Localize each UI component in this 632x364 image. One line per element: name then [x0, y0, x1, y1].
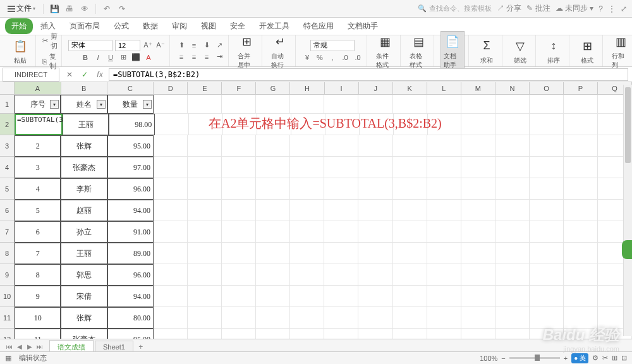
cell-N2[interactable]: [495, 114, 530, 135]
cell-H9[interactable]: [290, 264, 324, 286]
cell-C10[interactable]: 94.00: [107, 286, 154, 307]
indent-icon[interactable]: ⇥: [214, 52, 224, 62]
cell-I3[interactable]: [324, 135, 358, 157]
cell-J10[interactable]: [358, 286, 392, 307]
merge-button[interactable]: ⊞合并居中: [235, 32, 258, 71]
cell-B9[interactable]: 郭思: [61, 264, 107, 286]
cell-C9[interactable]: 96.00: [107, 264, 154, 286]
cell-O11[interactable]: [530, 307, 564, 329]
bold-icon[interactable]: B: [80, 52, 90, 63]
zoom-slider[interactable]: [509, 357, 560, 359]
undo-icon[interactable]: ↶: [101, 3, 112, 15]
tab-开始[interactable]: 开始: [5, 18, 33, 34]
cell-I5[interactable]: [324, 178, 358, 200]
status-icon-4[interactable]: ⊡: [621, 354, 627, 362]
cell-O5[interactable]: [530, 178, 564, 200]
cell-J4[interactable]: [358, 157, 392, 178]
cell-L3[interactable]: [427, 135, 461, 157]
cell-N8[interactable]: [495, 243, 530, 264]
sheet-nav-last-icon[interactable]: ⏭: [35, 343, 44, 351]
cell-K7[interactable]: [393, 221, 427, 243]
cell-K5[interactable]: [393, 178, 427, 200]
zoom-out-icon[interactable]: −: [501, 355, 505, 362]
cell-O1[interactable]: [530, 95, 564, 114]
cell-N5[interactable]: [495, 178, 530, 200]
cell-K10[interactable]: [393, 286, 427, 307]
share-link[interactable]: ↗ 分享: [497, 3, 521, 14]
cell-B10[interactable]: 宋倩: [61, 286, 107, 307]
expand-icon[interactable]: ⤢: [621, 4, 627, 13]
view-mode-icon[interactable]: ▦: [5, 354, 11, 362]
cell-A3[interactable]: 2: [15, 135, 61, 157]
cell-K9[interactable]: [393, 264, 427, 286]
number-format-select[interactable]: [310, 40, 355, 51]
cell-P7[interactable]: [564, 221, 598, 243]
cell-K4[interactable]: [393, 157, 427, 178]
cell-D3[interactable]: [154, 135, 188, 157]
cell-F5[interactable]: [222, 178, 256, 200]
col-header-L[interactable]: L: [427, 82, 461, 94]
cell-K8[interactable]: [393, 243, 427, 264]
row-header-1[interactable]: 1: [0, 95, 15, 114]
row-header-11[interactable]: 11: [0, 307, 15, 329]
cell-G10[interactable]: [256, 286, 290, 307]
cell-L7[interactable]: [427, 221, 461, 243]
cell-I10[interactable]: [324, 286, 358, 307]
fx-icon[interactable]: fx: [94, 68, 106, 81]
cell-H7[interactable]: [290, 221, 324, 243]
cell-G5[interactable]: [256, 178, 290, 200]
tab-公式[interactable]: 公式: [107, 18, 135, 34]
col-header-C[interactable]: C: [107, 82, 154, 94]
ime-indicator[interactable]: ● 英: [571, 353, 588, 363]
zoom-level[interactable]: 100%: [480, 355, 497, 362]
tab-数据[interactable]: 数据: [137, 18, 164, 34]
cell-N4[interactable]: [495, 157, 530, 178]
cell-L6[interactable]: [427, 200, 461, 221]
cell-A4[interactable]: 3: [15, 157, 61, 178]
cell-P9[interactable]: [564, 264, 598, 286]
cell-O2[interactable]: [530, 114, 564, 135]
cell-J8[interactable]: [358, 243, 392, 264]
cell-D10[interactable]: [154, 286, 188, 307]
cell-E3[interactable]: [188, 135, 222, 157]
cell-N9[interactable]: [495, 264, 530, 286]
cell-I9[interactable]: [324, 264, 358, 286]
more-icon[interactable]: ⋮: [608, 4, 616, 13]
cell-F3[interactable]: [222, 135, 256, 157]
cell-H6[interactable]: [290, 200, 324, 221]
col-header-G[interactable]: G: [256, 82, 290, 94]
cell-H8[interactable]: [290, 243, 324, 264]
cell-B7[interactable]: 孙立: [61, 221, 107, 243]
col-header-M[interactable]: M: [461, 82, 495, 94]
cell-M7[interactable]: [461, 221, 495, 243]
cell-J11[interactable]: [358, 307, 392, 329]
cell-E1[interactable]: [188, 95, 222, 114]
cell-O3[interactable]: [530, 135, 564, 157]
cell-E5[interactable]: [188, 178, 222, 200]
cell-O10[interactable]: [530, 286, 564, 307]
zoom-in-icon[interactable]: +: [564, 355, 568, 362]
cell-F11[interactable]: [222, 307, 256, 329]
select-all-corner[interactable]: [0, 82, 15, 94]
fill-color-icon[interactable]: ⬛: [131, 52, 141, 63]
cell-M4[interactable]: [461, 157, 495, 178]
cell-L9[interactable]: [427, 264, 461, 286]
cell-P4[interactable]: [564, 157, 598, 178]
format-button[interactable]: ⊞格式: [576, 36, 599, 66]
border-icon[interactable]: ⊞: [118, 52, 128, 63]
cell-A11[interactable]: 10: [15, 307, 61, 329]
cell-G1[interactable]: [256, 95, 290, 114]
cell-G9[interactable]: [256, 264, 290, 286]
cell-C2[interactable]: 98.00: [109, 114, 155, 135]
cell-L11[interactable]: [427, 307, 461, 329]
col-header-O[interactable]: O: [530, 82, 564, 94]
cell-D8[interactable]: [154, 243, 188, 264]
grow-font-icon[interactable]: A⁺: [143, 40, 153, 51]
name-box[interactable]: INDIRECT: [3, 68, 59, 82]
cell-H1[interactable]: [290, 95, 324, 114]
cell-E7[interactable]: [188, 221, 222, 243]
sheet-nav-first-icon[interactable]: ⏮: [5, 343, 14, 351]
spreadsheet-grid[interactable]: ABCDEFGHIJKLMNOPQ 1序号▾姓名▾数量▾2=SUBTOTAL(3…: [0, 82, 632, 354]
row-header-4[interactable]: 4: [0, 157, 15, 178]
cell-L8[interactable]: [427, 243, 461, 264]
